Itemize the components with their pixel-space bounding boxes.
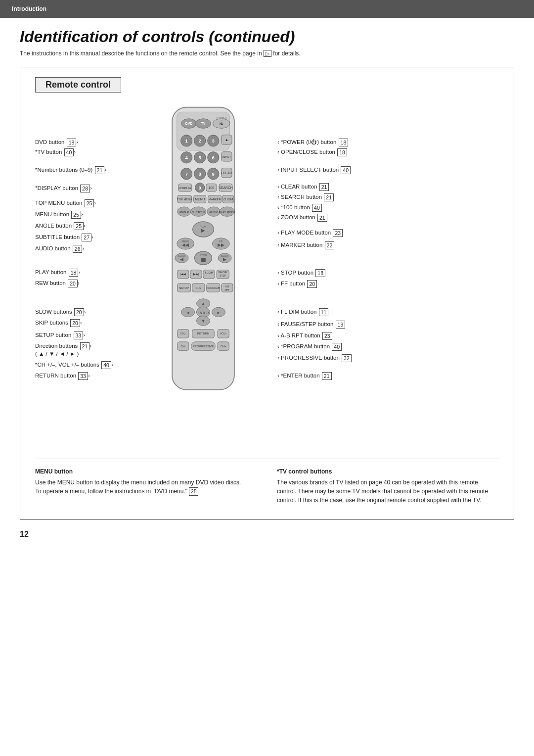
svg-text:FL DIM: FL DIM (205, 272, 213, 274)
ff-button-label: ‹ FF button 20 (277, 280, 317, 288)
bottom-notes: MENU button Use the MENU button to displ… (35, 459, 499, 505)
progressive-button-label: ‹ PROGRESSIVE button 32 (277, 354, 352, 362)
svg-text:▶: ▶ (223, 257, 226, 262)
svg-text:I/⏻: I/⏻ (219, 122, 223, 125)
svg-text:AUDIO: AUDIO (209, 211, 219, 214)
marker-button-label: ‹ MARKER button 22 (277, 241, 334, 249)
enter-button-label: ‹ *ENTER button 21 (277, 372, 332, 380)
return-badge: 33 (78, 372, 88, 380)
svg-text:A-B: A-B (225, 285, 229, 288)
svg-text:4: 4 (185, 155, 188, 160)
audio-badge: 26 (73, 245, 83, 253)
svg-text:▲: ▲ (201, 301, 206, 306)
fldim-badge: 11 (319, 308, 329, 317)
svg-text:ZOOM: ZOOM (223, 197, 233, 201)
zoom-badge: 21 (317, 214, 327, 222)
svg-text:• POWER: • POWER (216, 117, 227, 119)
svg-text:TOP MENU: TOP MENU (177, 198, 192, 201)
svg-text:2: 2 (199, 138, 201, 143)
svg-text:SUBTITLE: SUBTITLE (191, 211, 205, 214)
svg-text:•DISPLAY: •DISPLAY (178, 187, 191, 189)
header-bar: Introduction (0, 0, 534, 18)
subtitle-badge: 27 (82, 234, 91, 242)
remote-image: DVD TV I/⏻ • POWER 1 2 3 (144, 102, 263, 401)
skip-button-label: SKIP buttons 20› (35, 319, 82, 327)
display-button-label: *DISPLAY button 28› (35, 184, 92, 192)
svg-text:100: 100 (209, 186, 215, 189)
page-content: Identification of controls (continued) T… (0, 18, 534, 554)
svg-text:CH+: CH+ (195, 286, 201, 289)
setup-badge: 33 (74, 331, 84, 340)
tv-badge: 40 (64, 148, 74, 157)
svg-text:▶: ▶ (201, 228, 205, 233)
program-button-label: ‹ *PROGRAM button 40 (277, 342, 342, 351)
slow-button-label: SLOW buttons 20› (35, 308, 86, 316)
tv-button-label: *TV button 40› (35, 148, 76, 156)
setup-button-label: SETUP button 33› (35, 331, 85, 339)
play-button-label: PLAY button 18› (35, 268, 80, 277)
svg-text:▶▶: ▶▶ (218, 242, 224, 247)
power-badge: 18 (339, 139, 349, 147)
stop-button-label: ‹ STOP button 18 (277, 269, 325, 277)
program-badge: 40 (332, 343, 342, 351)
abrpt-button-label: ‹ A-B RPT button 23 (277, 331, 332, 340)
svg-text:MARKER: MARKER (209, 198, 221, 201)
svg-text:TV: TV (201, 122, 206, 125)
svg-text:1: 1 (185, 138, 188, 143)
svg-text:SETUP: SETUP (179, 286, 189, 289)
svg-text:▶▶|: ▶▶| (193, 273, 199, 276)
page-title: Identification of controls (continued) (20, 28, 514, 46)
enter-badge: 21 (322, 372, 332, 380)
angle-button-label: ANGLE button 25› (35, 222, 86, 230)
menu-badge: 25 (71, 211, 81, 219)
chvol-badge: 40 (101, 361, 111, 370)
return-button-label: RETURN button 33› (35, 372, 90, 380)
menu-note: MENU button Use the MENU button to displ… (35, 467, 257, 505)
page-number: 12 (20, 530, 514, 539)
fldim-button-label: ‹ FL DIM button 11 (277, 308, 328, 316)
inputselect-button-label: ‹ INPUT SELECT button 40 (277, 166, 351, 174)
svg-text:CH+: CH+ (221, 345, 226, 348)
svg-text:8: 8 (199, 171, 202, 177)
angle-badge: 25 (74, 222, 84, 231)
svg-text:PROGRAM: PROGRAM (207, 286, 220, 289)
direction-button-label: Direction buttons 21› (35, 342, 91, 350)
marker-badge: 22 (325, 241, 335, 250)
svg-text:PLAY MODE: PLAY MODE (219, 211, 235, 214)
100-badge: 40 (312, 204, 322, 212)
dvd-menu-ref: 25 (189, 487, 198, 496)
svg-text:VOL-: VOL- (180, 332, 186, 335)
svg-text:►: ► (217, 310, 221, 315)
power-button-label: ‹ *POWER (I/⏻) button 18 (277, 138, 348, 146)
progressive-badge: 32 (342, 354, 352, 363)
tv-note-text: The various brands of TV listed on page … (277, 478, 499, 505)
remote-svg: DVD TV I/⏻ • POWER 1 2 3 (144, 102, 263, 399)
clear-button-label: ‹ CLEAR button 21 (277, 183, 329, 191)
tv-note-title: *TV control buttons (277, 467, 499, 476)
ff-badge: 20 (307, 280, 317, 288)
svg-text:RPT: RPT (225, 289, 230, 291)
zoom-button-label: ‹ ZOOM button 21 (277, 213, 327, 222)
search-badge: 21 (324, 193, 334, 202)
svg-text:CH-: CH- (180, 345, 185, 348)
svg-text:▼: ▼ (201, 318, 206, 324)
svg-text:STEP: STEP (220, 275, 226, 277)
pausestep-button-label: ‹ PAUSE/STEP button 19 (277, 320, 345, 329)
pausestep-badge: 19 (336, 321, 346, 329)
subtitle-button-label: SUBTITLE button 27› (35, 233, 93, 241)
topmenu-badge: 25 (85, 199, 94, 208)
inputselect-badge: 40 (341, 166, 351, 175)
svg-text:|◀◀: |◀◀ (180, 273, 186, 276)
svg-text:9: 9 (212, 171, 215, 177)
full-diagram: DVD button 18› *TV button 40› *Number bu… (35, 102, 499, 449)
svg-rect-72 (201, 258, 206, 262)
svg-text:5: 5 (199, 155, 202, 160)
direction-sub-label: ( ▲ / ▼ / ◄ / ► ) (35, 350, 79, 358)
svg-text:MENU: MENU (195, 197, 205, 201)
100-button-label: ‹ *100 button 40 (277, 203, 322, 212)
openclose-button-label: ‹ OPEN/CLOSE button 18 (277, 148, 347, 156)
page-ref-box: ▷ (264, 50, 271, 57)
slow-badge: 20 (74, 308, 84, 317)
stop-badge: 18 (315, 269, 325, 278)
svg-text:ENTER: ENTER (198, 311, 209, 315)
